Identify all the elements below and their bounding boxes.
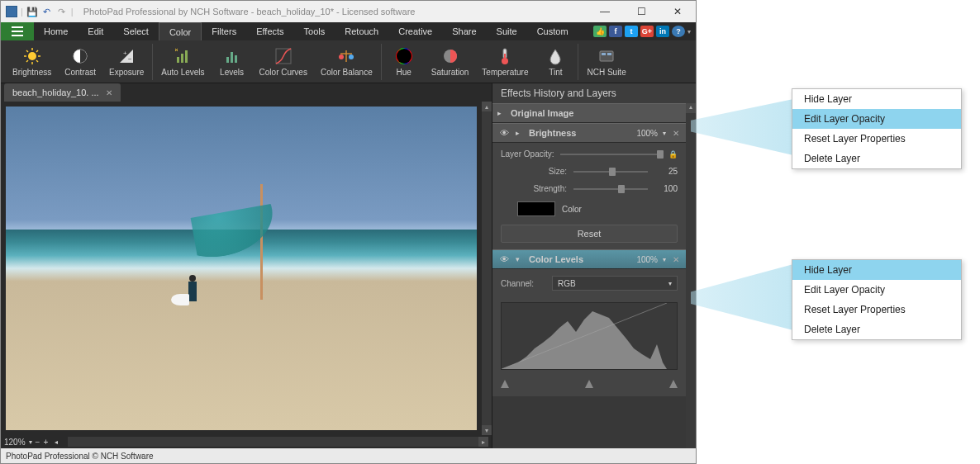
chevron-down-icon: ▾	[516, 255, 524, 263]
mid-point-handle[interactable]	[585, 380, 593, 388]
status-text: PhotoPad Professional © NCH Software	[6, 452, 154, 461]
brightness-body: Layer Opacity: 🔒 Size: 25 Strength:	[492, 143, 686, 249]
callout-pointer-1	[691, 99, 793, 155]
menu-share[interactable]: Share	[442, 22, 486, 40]
tool-color-balance[interactable]: Color Balance	[314, 45, 379, 78]
menu-bar: HomeEditSelectColorFiltersEffectsToolsRe…	[1, 22, 696, 40]
tool-color-curves[interactable]: Color Curves	[253, 45, 314, 78]
tool-brightness[interactable]: Brightness	[6, 45, 58, 78]
svg-rect-13	[177, 57, 179, 63]
linkedin-icon[interactable]: in	[656, 26, 669, 37]
strength-slider[interactable]	[573, 188, 648, 190]
document-tab[interactable]: beach_holiday_10. ... ✕	[4, 83, 121, 102]
redo-icon[interactable]: ↷	[56, 6, 68, 17]
color-swatch[interactable]	[517, 201, 555, 216]
menu-custom[interactable]: Custom	[527, 22, 578, 40]
tool-levels[interactable]: Levels	[212, 45, 253, 78]
tool-tint[interactable]: Tint	[535, 45, 576, 78]
menu-edit[interactable]: Edit	[78, 22, 113, 40]
histogram-handles[interactable]	[501, 378, 678, 390]
scroll-up-icon[interactable]: ▴	[686, 103, 696, 113]
help-dropdown[interactable]: ▾	[687, 28, 691, 36]
menu-filters[interactable]: Filters	[202, 22, 246, 40]
dropdown-icon[interactable]: ▾	[663, 256, 666, 263]
context-reset-layer-properties[interactable]: Reset Layer Properties	[792, 129, 961, 149]
scroll-right-icon[interactable]: ▸	[478, 437, 488, 447]
layer-original[interactable]: ▸ Original Image	[492, 103, 686, 123]
menu-tools[interactable]: Tools	[294, 22, 335, 40]
tool-auto-levels[interactable]: Auto Levels	[155, 45, 211, 78]
tab-label: beach_holiday_10. ...	[12, 88, 99, 97]
canvas-area: beach_holiday_10. ... ✕ ▴ ▾ 12	[1, 83, 492, 448]
like-icon[interactable]: 👍	[593, 26, 607, 37]
image-canvas[interactable]	[6, 107, 477, 430]
zoom-out-button[interactable]: −	[36, 438, 40, 447]
minimize-button[interactable]: —	[587, 1, 623, 22]
layer-colorlevels[interactable]: 👁 ▾ Color Levels 100% ▾ ✕	[492, 249, 686, 269]
tool-label: NCH Suite	[587, 68, 626, 77]
scroll-down-icon[interactable]: ▾	[482, 425, 492, 435]
menu-effects[interactable]: Effects	[246, 22, 293, 40]
menu-select[interactable]: Select	[113, 22, 159, 40]
black-point-handle[interactable]	[501, 380, 509, 388]
tab-close-icon[interactable]: ✕	[106, 88, 112, 97]
context-hide-layer[interactable]: Hide Layer	[792, 260, 961, 280]
maximize-button[interactable]: ☐	[623, 1, 659, 22]
context-edit-layer-opacity[interactable]: Edit Layer Opacity	[792, 109, 961, 129]
zoom-in-button[interactable]: +	[43, 438, 48, 447]
lock-icon[interactable]: 🔒	[668, 150, 678, 159]
tool-temperature[interactable]: Temperature	[475, 45, 535, 78]
scroll-up-icon[interactable]: ▴	[482, 102, 492, 111]
help-icon[interactable]: ?	[672, 26, 685, 37]
menu-retouch[interactable]: Retouch	[335, 22, 388, 40]
eye-icon[interactable]: 👁	[497, 128, 511, 138]
layer-close-icon[interactable]: ✕	[671, 255, 681, 264]
context-hide-layer[interactable]: Hide Layer	[792, 89, 961, 109]
facebook-icon[interactable]: f	[609, 26, 622, 37]
reset-button[interactable]: Reset	[501, 225, 678, 243]
panel-title: Effects History and Layers	[492, 83, 696, 103]
undo-icon[interactable]: ↶	[41, 6, 53, 17]
curves-icon	[274, 46, 293, 66]
context-edit-layer-opacity[interactable]: Edit Layer Opacity	[792, 280, 961, 300]
white-point-handle[interactable]	[669, 380, 678, 388]
sat-icon	[440, 46, 460, 66]
tool-saturation[interactable]: Saturation	[425, 45, 476, 78]
context-delete-layer[interactable]: Delete Layer	[792, 320, 961, 339]
eye-icon[interactable]: 👁	[497, 254, 511, 264]
scroll-left-icon[interactable]: ◂	[55, 438, 58, 446]
opacity-slider[interactable]	[560, 154, 662, 155]
channel-select[interactable]: RGB ▾	[552, 276, 678, 291]
tool-label: Exposure	[109, 68, 144, 77]
twitter-icon[interactable]: t	[625, 26, 638, 37]
panel-scrollbar[interactable]: ▴	[686, 103, 696, 448]
context-reset-layer-properties[interactable]: Reset Layer Properties	[792, 300, 961, 320]
gplus-icon[interactable]: G+	[640, 26, 654, 37]
close-button[interactable]: ✕	[659, 1, 696, 22]
layer-brightness[interactable]: 👁 ▸ Brightness 100% ▾ ✕	[492, 123, 686, 143]
colorlevels-body: Channel: RGB ▾	[492, 269, 686, 396]
tool-hue[interactable]: Hue	[383, 45, 425, 78]
tool-contrast[interactable]: Contrast	[58, 45, 102, 78]
size-value: 25	[654, 167, 678, 176]
svg-line-5	[26, 50, 28, 52]
hamburger-menu[interactable]	[1, 22, 34, 40]
histogram[interactable]	[501, 302, 678, 370]
layer-close-icon[interactable]: ✕	[671, 129, 681, 138]
svg-rect-14	[181, 54, 183, 63]
size-slider[interactable]	[573, 171, 648, 173]
dropdown-icon[interactable]: ▾	[663, 130, 666, 137]
menu-creative[interactable]: Creative	[388, 22, 442, 40]
zoom-dropdown-icon[interactable]: ▾	[29, 438, 32, 446]
save-icon[interactable]: 💾	[26, 6, 38, 17]
horizontal-scrollbar[interactable]: ▸	[68, 437, 488, 447]
svg-rect-29	[504, 54, 506, 60]
tool-exposure[interactable]: +−Exposure	[102, 45, 150, 78]
auto-icon	[173, 46, 193, 66]
vertical-scrollbar[interactable]: ▴ ▾	[482, 102, 492, 435]
menu-suite[interactable]: Suite	[487, 22, 527, 40]
context-delete-layer[interactable]: Delete Layer	[792, 149, 961, 168]
tool-nch-suite[interactable]: NCH Suite	[580, 45, 632, 78]
menu-color[interactable]: Color	[159, 22, 202, 40]
menu-home[interactable]: Home	[34, 22, 78, 40]
